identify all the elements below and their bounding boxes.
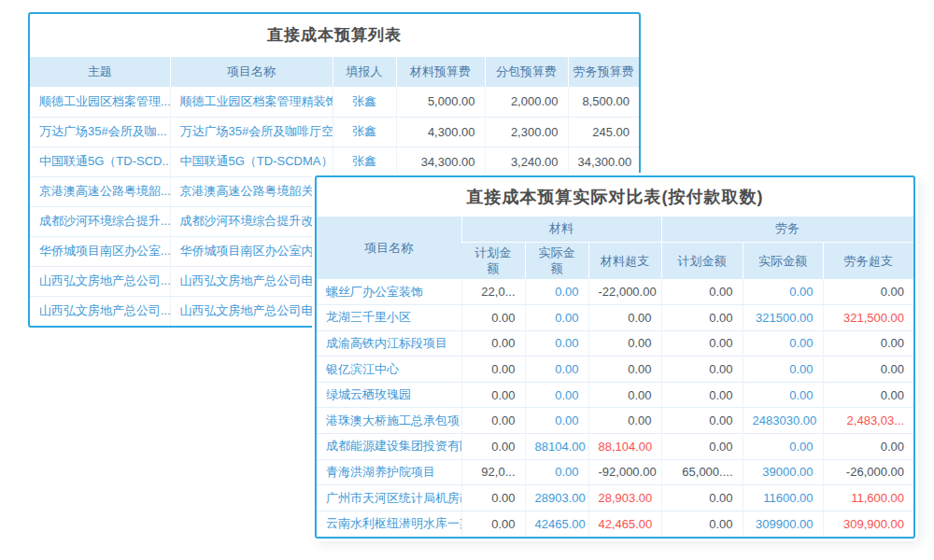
labor-plan-value: 0.00 bbox=[661, 511, 743, 537]
material-actual-link[interactable]: 0.00 bbox=[525, 330, 588, 357]
labor-plan-value: 0.00 bbox=[661, 279, 743, 305]
material-plan-value: 0.00 bbox=[461, 382, 525, 408]
material-plan-value: 92,0... bbox=[461, 459, 525, 485]
material-overrun-value: 88,104.00 bbox=[588, 434, 661, 460]
reporter-link[interactable]: 张鑫 bbox=[333, 117, 396, 147]
labor-actual-link[interactable]: 321500.00 bbox=[743, 305, 823, 331]
comparison-table: 项目名称 材料 劳务 计划金额 实际金额 材料超支 计划金额 实际金额 劳务超支… bbox=[317, 217, 913, 537]
material-plan-value: 0.00 bbox=[461, 511, 525, 537]
labor-actual-link[interactable]: 11600.00 bbox=[743, 485, 823, 511]
labor-plan-value: 0.00 bbox=[661, 485, 743, 511]
material-actual-link[interactable]: 0.00 bbox=[525, 305, 588, 331]
material-actual-link[interactable]: 0.00 bbox=[525, 382, 588, 408]
budget-list-title: 直接成本预算列表 bbox=[30, 14, 639, 57]
subject-link[interactable]: 中国联通5G（TD-SCD... bbox=[30, 147, 170, 176]
labor-plan-value: 65,000.... bbox=[661, 459, 743, 485]
column-header-project: 项目名称 bbox=[317, 217, 461, 279]
column-header-material-actual: 实际金额 bbox=[525, 242, 588, 279]
column-header-material-plan: 计划金额 bbox=[461, 242, 525, 279]
budget-list-header-row: 主题 项目名称 填报人 材料预算费 分包预算费 劳务预算费 bbox=[30, 57, 639, 87]
labor-plan-value: 0.00 bbox=[661, 434, 743, 460]
project-link[interactable]: 云南水利枢纽潜明水库一期工 bbox=[317, 511, 461, 537]
material-plan-value: 0.00 bbox=[461, 357, 525, 383]
reporter-link[interactable]: 张鑫 bbox=[333, 147, 396, 176]
column-header-labor-budget: 劳务预算费 bbox=[568, 57, 639, 87]
material-actual-link[interactable]: 0.00 bbox=[525, 357, 588, 383]
project-link[interactable]: 银亿滨江中心 bbox=[317, 357, 461, 383]
labor-actual-link[interactable]: 0.00 bbox=[743, 382, 823, 408]
material-actual-link[interactable]: 28903.00 bbox=[525, 485, 588, 511]
reporter-link[interactable]: 张鑫 bbox=[333, 87, 396, 117]
material-actual-link[interactable]: 0.00 bbox=[525, 279, 588, 305]
labor-overrun-value: 2,483,03... bbox=[823, 408, 913, 434]
project-link[interactable]: 青海洪湖养护院项目 bbox=[317, 459, 461, 485]
project-link[interactable]: 成都沙河环境综合提升改 bbox=[170, 206, 333, 236]
labor-actual-link[interactable]: 0.00 bbox=[743, 357, 823, 383]
column-header-material-overrun: 材料超支 bbox=[588, 242, 661, 279]
group-header-labor: 劳务 bbox=[661, 217, 913, 242]
column-header-subcontract-budget: 分包预算费 bbox=[485, 57, 568, 87]
table-row: 顺德工业园区档案管理... 顺德工业园区档案管理精装饰... 张鑫 5,000.… bbox=[30, 87, 639, 117]
labor-actual-link[interactable]: 0.00 bbox=[743, 330, 823, 357]
material-actual-link[interactable]: 0.00 bbox=[525, 408, 588, 434]
material-overrun-value: 0.00 bbox=[588, 382, 661, 408]
material-plan-value: 0.00 bbox=[461, 330, 525, 357]
project-link[interactable]: 成渝高铁内江标段项目 bbox=[317, 330, 461, 357]
labor-plan-value: 0.00 bbox=[661, 382, 743, 408]
labor-plan-value: 0.00 bbox=[661, 357, 743, 383]
table-row: 银亿滨江中心 0.00 0.00 0.00 0.00 0.00 0.00 bbox=[317, 357, 913, 383]
project-link[interactable]: 山西弘文房地产总公司电 bbox=[170, 296, 333, 326]
labor-actual-link[interactable]: 39000.00 bbox=[743, 459, 823, 485]
material-plan-value: 0.00 bbox=[461, 485, 525, 511]
project-link[interactable]: 龙湖三千里小区 bbox=[317, 305, 461, 331]
material-overrun-value: 0.00 bbox=[588, 305, 661, 331]
project-link[interactable]: 港珠澳大桥施工总承包项目 bbox=[317, 408, 461, 434]
subject-link[interactable]: 山西弘文房地产总公司... bbox=[30, 266, 170, 296]
material-overrun-value: 0.00 bbox=[588, 357, 661, 383]
project-link[interactable]: 广州市天河区统计局机房改造 bbox=[317, 485, 461, 511]
comparison-title: 直接成本预算实际对比表(按付款取数) bbox=[317, 177, 913, 217]
project-link[interactable]: 山西弘文房地产总公司电 bbox=[170, 266, 333, 296]
labor-actual-link[interactable]: 2483030.00 bbox=[743, 408, 823, 434]
table-row: 龙湖三千里小区 0.00 0.00 0.00 0.00 321500.00 32… bbox=[317, 305, 913, 331]
comparison-window: 直接成本预算实际对比表(按付款取数) 项目名称 材料 劳务 计划金额 实际金额 … bbox=[315, 175, 915, 539]
project-link[interactable]: 顺德工业园区档案管理精装饰... bbox=[170, 87, 333, 117]
material-overrun-value: -22,000.00 bbox=[588, 279, 661, 305]
labor-budget-value: 8,500.00 bbox=[568, 87, 639, 117]
column-header-reporter: 填报人 bbox=[333, 57, 396, 87]
labor-overrun-value: 0.00 bbox=[823, 279, 913, 305]
subject-link[interactable]: 万达广场35#会所及咖... bbox=[30, 117, 170, 147]
column-header-labor-plan: 计划金额 bbox=[661, 242, 743, 279]
labor-actual-link[interactable]: 0.00 bbox=[743, 279, 823, 305]
material-actual-link[interactable]: 0.00 bbox=[525, 459, 588, 485]
subject-link[interactable]: 京港澳高速公路粤境韶... bbox=[30, 176, 170, 206]
subject-link[interactable]: 成都沙河环境综合提升... bbox=[30, 206, 170, 236]
project-link[interactable]: 华侨城项目南区办公室内 bbox=[170, 236, 333, 266]
subject-link[interactable]: 山西弘文房地产总公司... bbox=[30, 296, 170, 326]
project-link[interactable]: 螺丝厂办公室装饰 bbox=[317, 279, 461, 305]
table-row: 青海洪湖养护院项目 92,0... 0.00 -92,000.00 65,000… bbox=[317, 459, 913, 485]
table-row: 万达广场35#会所及咖... 万达广场35#会所及咖啡厅空... 张鑫 4,30… bbox=[30, 117, 639, 147]
comparison-group-header-row: 项目名称 材料 劳务 bbox=[317, 217, 913, 242]
labor-actual-link[interactable]: 309900.00 bbox=[743, 511, 823, 537]
labor-overrun-value: 321,500.00 bbox=[823, 305, 913, 331]
subject-link[interactable]: 顺德工业园区档案管理... bbox=[30, 87, 170, 117]
table-row: 云南水利枢纽潜明水库一期工 0.00 42465.00 42,465.00 0.… bbox=[317, 511, 913, 537]
subcontract-budget-value: 3,240.00 bbox=[485, 147, 568, 176]
material-plan-value: 0.00 bbox=[461, 408, 525, 434]
material-overrun-value: 42,465.00 bbox=[588, 511, 661, 537]
table-row: 成渝高铁内江标段项目 0.00 0.00 0.00 0.00 0.00 0.00 bbox=[317, 330, 913, 357]
labor-actual-link[interactable]: 0.00 bbox=[743, 434, 823, 460]
subcontract-budget-value: 2,300.00 bbox=[485, 117, 568, 147]
project-link[interactable]: 中国联通5G（TD-SCDMA）... bbox=[170, 147, 333, 176]
subject-link[interactable]: 华侨城项目南区办公室... bbox=[30, 236, 170, 266]
project-link[interactable]: 京港澳高速公路粤境韶关 bbox=[170, 176, 333, 206]
project-link[interactable]: 绿城云栖玫瑰园 bbox=[317, 382, 461, 408]
project-link[interactable]: 成都能源建设集团投资有限公 bbox=[317, 434, 461, 460]
material-actual-link[interactable]: 88104.00 bbox=[525, 434, 588, 460]
material-budget-value: 4,300.00 bbox=[396, 117, 485, 147]
project-link[interactable]: 万达广场35#会所及咖啡厅空... bbox=[170, 117, 333, 147]
labor-overrun-value: 11,600.00 bbox=[823, 485, 913, 511]
material-budget-value: 34,300.00 bbox=[396, 147, 485, 176]
material-actual-link[interactable]: 42465.00 bbox=[525, 511, 588, 537]
